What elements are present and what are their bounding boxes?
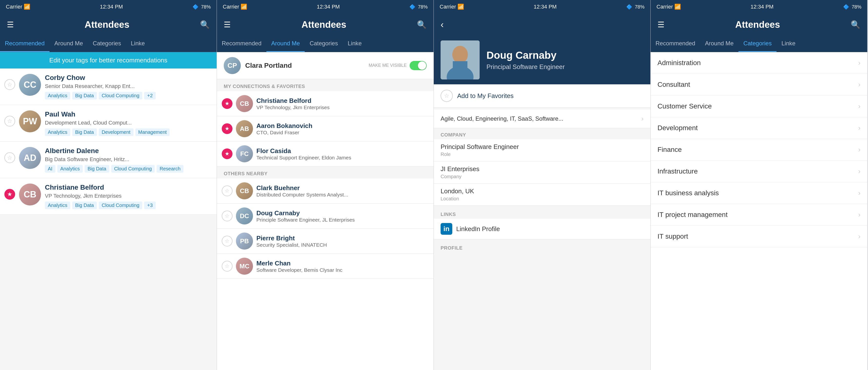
tag-more[interactable]: +2 (144, 92, 156, 99)
bluetooth-icon-3: 🔷 (626, 4, 632, 10)
search-icon-1[interactable]: 🔍 (200, 20, 210, 29)
category-item[interactable]: Finance › (651, 139, 867, 161)
favorite-empty-icon[interactable]: ☆ (222, 211, 232, 221)
favorite-star-icon[interactable]: ★ (222, 98, 232, 109)
links-section-label: LINKS (434, 208, 650, 218)
attendee-item[interactable]: ☆ PW Paul Wah Development Lead, Cloud Co… (0, 105, 217, 142)
tab-categories-2[interactable]: Categories (305, 36, 343, 52)
attendee-item[interactable]: ☆ AD Albertine Dalene Big Data Software … (0, 142, 217, 178)
battery-4: 78% (851, 4, 861, 10)
tag-more[interactable]: +3 (144, 202, 156, 209)
tag-analytics[interactable]: Analytics (45, 92, 70, 99)
back-button[interactable]: ‹ (441, 20, 444, 30)
category-item[interactable]: Customer Service › (651, 96, 867, 117)
tag[interactable]: Big Data (72, 202, 97, 209)
connections-section-label: MY CONNECTIONS & FAVORITES (217, 79, 434, 91)
favorite-empty-icon[interactable]: ☆ (222, 236, 232, 246)
nearby-name: Clark Buehner (256, 184, 429, 192)
wifi-icon-3: 📶 (458, 4, 464, 10)
visible-toggle[interactable] (410, 61, 427, 70)
nearby-item[interactable]: ☆ PB Pierre Bright Security Specialist, … (217, 229, 434, 254)
recommendation-banner[interactable]: Edit your tags for better recommendation… (0, 52, 217, 68)
favorite-empty-icon[interactable]: ☆ (222, 261, 232, 272)
screen-categories: Carrier 📶 12:34 PM 🔷 78% ☰ Attendees 🔍 R… (651, 0, 868, 370)
tag[interactable]: Analytics (45, 202, 70, 209)
battery-2: 78% (418, 4, 428, 10)
user-avatar: CP (224, 57, 241, 74)
tab-recommended-2[interactable]: Recommended (217, 36, 267, 52)
chevron-right-icon: › (858, 81, 861, 89)
attendee-item[interactable]: ☆ CC Corby Chow Senior Data Researcher, … (0, 68, 217, 105)
category-item[interactable]: Infrastructure › (651, 161, 867, 182)
status-left-4: Carrier 📶 (656, 4, 681, 10)
tag[interactable]: Big Data (85, 165, 109, 173)
tab-around-me-1[interactable]: Around Me (50, 36, 88, 52)
tag[interactable]: Analytics (45, 129, 70, 136)
favorite-button[interactable]: ☆ (4, 152, 15, 163)
tab-bar-4: Recommended Around Me Categories Linke (651, 36, 867, 52)
category-item[interactable]: Administration › (651, 52, 867, 74)
tag[interactable]: Cloud Computing (111, 165, 155, 173)
nearby-info: Doug Carnaby Principle Software Engineer… (256, 209, 429, 223)
nearby-avatar: CB (236, 182, 253, 199)
menu-icon-1[interactable]: ☰ (7, 20, 14, 29)
tab-recommended-4[interactable]: Recommended (651, 36, 700, 52)
tag[interactable]: Development (99, 129, 133, 136)
time-1: 12:34 PM (100, 4, 123, 10)
tab-around-me-2[interactable]: Around Me (267, 36, 305, 52)
profile-role: Principal Software Engineer (487, 63, 565, 71)
company-field: JI Enterprises Company (434, 161, 650, 183)
menu-icon-4[interactable]: ☰ (657, 20, 664, 29)
search-icon-2[interactable]: 🔍 (417, 20, 427, 29)
tags-row[interactable]: Agile, Cloud, Engineering, IT, SaaS, Sof… (434, 109, 650, 128)
tag[interactable]: Management (135, 129, 170, 136)
category-name: Infrastructure (657, 167, 698, 175)
tag[interactable]: Big Data (72, 129, 97, 136)
attendee-item[interactable]: ★ CB Christiane Belford VP Technology, J… (0, 178, 217, 215)
tab-recommended-1[interactable]: Recommended (0, 36, 50, 52)
category-item[interactable]: IT support › (651, 226, 867, 247)
favorite-star-icon[interactable]: ★ (222, 123, 232, 134)
favorite-button[interactable]: ☆ (4, 116, 15, 127)
conn-title: VP Technology, Jkm Enterprises (256, 105, 429, 110)
search-icon-4[interactable]: 🔍 (851, 20, 861, 29)
tab-links-4[interactable]: Linke (776, 36, 800, 52)
tag-cloud[interactable]: Cloud Computing (99, 92, 143, 99)
tag-list: AI Analytics Big Data Cloud Computing Re… (45, 165, 212, 173)
connection-item[interactable]: ★ FC Flor Casida Technical Support Engin… (217, 141, 434, 166)
favorite-empty-icon[interactable]: ☆ (222, 186, 232, 196)
linkedin-icon: in (441, 223, 452, 235)
nearby-item[interactable]: ☆ DC Doug Carnaby Principle Software Eng… (217, 204, 434, 229)
tab-around-me-4[interactable]: Around Me (700, 36, 739, 52)
tag[interactable]: Research (157, 165, 183, 173)
status-left-1: Carrier 📶 (6, 4, 30, 10)
tab-categories-4[interactable]: Categories (739, 36, 776, 52)
tab-links-1[interactable]: Linke (126, 36, 150, 52)
connection-item[interactable]: ★ CB Christiane Belford VP Technology, J… (217, 91, 434, 116)
category-item[interactable]: IT project management › (651, 204, 867, 226)
tab-links-2[interactable]: Linke (343, 36, 366, 52)
menu-icon-2[interactable]: ☰ (224, 20, 231, 29)
carrier-3: Carrier (440, 4, 456, 10)
linkedin-row[interactable]: in LinkedIn Profile (434, 218, 650, 239)
nearby-item[interactable]: ☆ MC Merle Chan Software Developer, Bemi… (217, 254, 434, 279)
tag[interactable]: Cloud Computing (99, 202, 143, 209)
tag[interactable]: AI (45, 165, 55, 173)
favorite-star-icon[interactable]: ★ (222, 148, 232, 159)
favorite-button[interactable]: ★ (4, 189, 15, 200)
category-item[interactable]: Consultant › (651, 74, 867, 96)
tag-bigdata[interactable]: Big Data (72, 92, 97, 99)
category-item[interactable]: IT business analysis › (651, 182, 867, 204)
user-header-left: CP Clara Portland (224, 57, 292, 74)
category-name: Customer Service (657, 102, 712, 110)
attendee-title: Senior Data Researcher, Knapp Ent... (45, 83, 212, 90)
tag[interactable]: Analytics (57, 165, 83, 173)
add-to-favorites-button[interactable]: ☆ Add to My Favorites (434, 84, 650, 107)
connection-item[interactable]: ★ AB Aaron Bokanovich CTO, David Fraser (217, 116, 434, 141)
category-item[interactable]: Development › (651, 117, 867, 139)
wifi-icon-4: 📶 (674, 4, 681, 10)
tab-categories-1[interactable]: Categories (88, 36, 126, 52)
nearby-item[interactable]: ☆ CB Clark Buehner Distributed Computer … (217, 178, 434, 204)
favorite-button[interactable]: ☆ (4, 79, 15, 90)
svg-point-1 (452, 46, 468, 63)
